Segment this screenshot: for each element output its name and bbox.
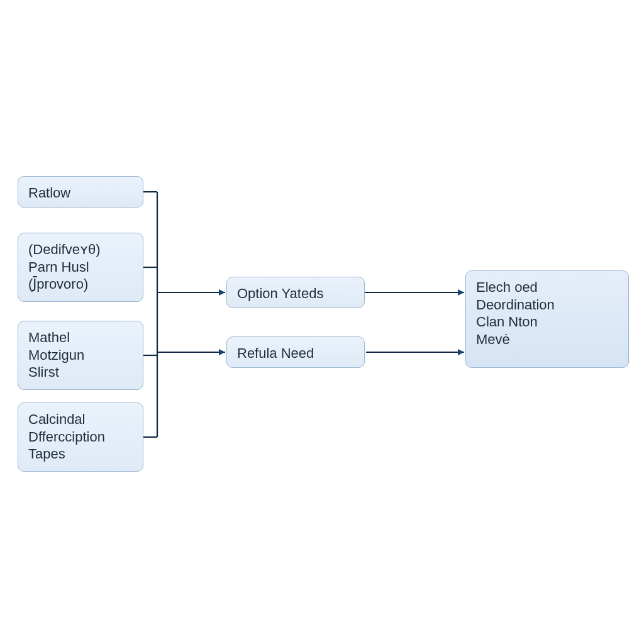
node-elech: Elech oed Deordination Clan Nton Mevė	[465, 270, 629, 368]
node-calcindal: Calcindal Dffercciption Tapes	[18, 402, 143, 472]
node-ratlow: Ratlow	[18, 176, 143, 208]
node-option-yateds: Option Yateds	[226, 277, 365, 308]
node-mathel: Mathel Motzigun Slirst	[18, 321, 143, 390]
node-dedifve: (Dedifveʏθ) Parn Husl (J̄provoro)	[18, 233, 143, 302]
diagram-canvas: Ratlow (Dedifveʏθ) Parn Husl (J̄provoro)…	[0, 0, 644, 644]
node-refula-need: Refula Need	[226, 336, 365, 368]
